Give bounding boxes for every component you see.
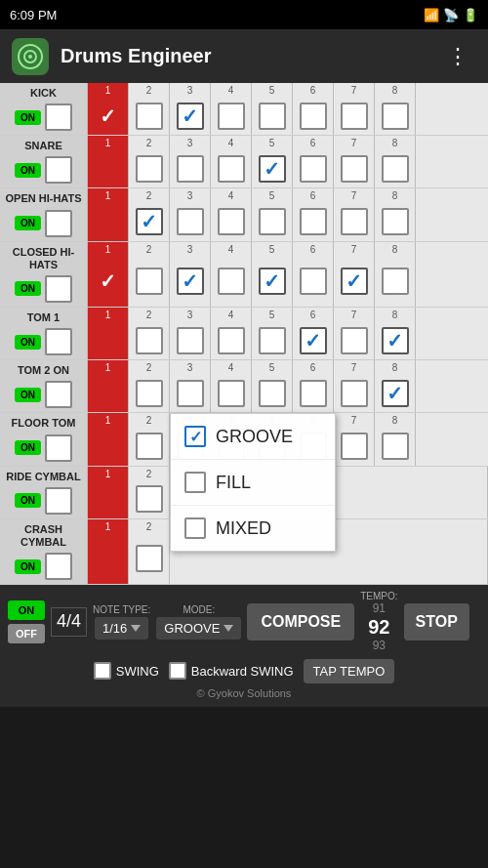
stop-button[interactable]: STOP [404, 603, 469, 641]
tom1-beat-5-check[interactable] [259, 327, 286, 354]
open-hi-hats-on-button[interactable]: ON [15, 216, 41, 230]
cc-beat-2-check[interactable] [136, 545, 163, 572]
mode-dropdown[interactable]: ✓ GROOVE FILL MIXED [170, 413, 336, 552]
tap-tempo-button[interactable]: TAP TEMPO [304, 659, 395, 683]
crash-cymbal-toggle[interactable] [45, 553, 72, 580]
oph-beat-4-check[interactable] [218, 208, 245, 235]
tom1-beat-7-check[interactable] [341, 327, 368, 354]
tom1-beat-1-check[interactable] [95, 327, 122, 354]
open-hi-hats-toggle[interactable] [45, 210, 72, 237]
clh-beat-3-check[interactable]: ✓ [177, 268, 204, 295]
fill-checkbox[interactable] [184, 472, 206, 493]
ft-beat-2-check[interactable] [136, 433, 163, 460]
snare-beat-1-check[interactable] [95, 155, 122, 183]
oph-beat-3-check[interactable] [177, 208, 204, 235]
snare-beat-6-check[interactable] [300, 155, 327, 183]
floor-tom-toggle[interactable] [45, 434, 72, 462]
time-signature[interactable]: 4/4 [51, 607, 87, 636]
tom1-toggle[interactable] [45, 328, 72, 355]
clh-beat-4-check[interactable] [218, 268, 245, 295]
oph-beat-5-check[interactable] [259, 208, 286, 235]
rc-beat-2-check[interactable] [136, 485, 163, 513]
crash-cymbal-on-button[interactable]: ON [15, 559, 41, 574]
rc-beat-1-check[interactable] [95, 485, 122, 513]
tom2-beat-7-check[interactable] [341, 380, 368, 407]
mode-section: MODE: GROOVE [156, 604, 241, 640]
mode-selector[interactable]: GROOVE [156, 617, 241, 640]
tom2-beat-8-check[interactable]: ✓ [382, 380, 409, 407]
ride-cymbal-on-button[interactable]: ON [15, 493, 41, 508]
clh-beat-6-check[interactable] [300, 268, 327, 295]
clh-beat-2: 2 [129, 242, 170, 307]
backward-swing-option[interactable]: Backward SWING [169, 662, 294, 680]
clh-beat-8-check[interactable] [382, 268, 409, 295]
clh-beat-1-check[interactable]: ✓ [95, 268, 122, 295]
snare-on-button[interactable]: ON [15, 163, 41, 178]
tom2-beat-2-check[interactable] [136, 380, 163, 407]
groove-checkbox[interactable]: ✓ [184, 426, 206, 447]
ft-beat-7-check[interactable] [341, 433, 368, 460]
dropdown-mixed-item[interactable]: MIXED [171, 506, 335, 551]
mode-label: MODE: [183, 604, 215, 615]
tom2-beat-3-check[interactable] [177, 380, 204, 407]
note-type-selector[interactable]: 1/16 [95, 617, 148, 640]
tom1-beat-4-check[interactable] [218, 327, 245, 354]
oph-beat-1-check[interactable] [95, 208, 122, 235]
oph-beat-2-check[interactable]: ✓ [136, 208, 163, 235]
tom2-beat-5-check[interactable] [259, 380, 286, 407]
snare-beat-4-check[interactable] [218, 155, 245, 183]
oph-beat-7-check[interactable] [341, 208, 368, 235]
tom1-beat-6-check[interactable]: ✓ [300, 327, 327, 354]
ride-cymbal-toggle[interactable] [45, 487, 72, 515]
clh-beat-7-check[interactable]: ✓ [341, 268, 368, 295]
kick-beat-8-check[interactable] [382, 103, 409, 130]
kick-toggle[interactable] [45, 103, 72, 131]
tempo-label: TEMPO: [360, 591, 397, 601]
oph-beat-6-check[interactable] [300, 208, 327, 235]
tom2-beat-6-check[interactable] [300, 380, 327, 407]
global-on-button[interactable]: ON [8, 600, 45, 620]
tom1-beat-8-check[interactable]: ✓ [382, 327, 409, 354]
kick-beat-1-check[interactable]: ✓ [95, 103, 122, 130]
backward-swing-checkbox[interactable] [169, 662, 186, 680]
oph-beat-8-check[interactable] [382, 208, 409, 235]
dropdown-fill-item[interactable]: FILL [171, 460, 335, 506]
tom1-beat-3-check[interactable] [177, 327, 204, 354]
dropdown-groove-item[interactable]: ✓ GROOVE [171, 414, 335, 460]
clh-beat-5-check[interactable]: ✓ [259, 268, 286, 295]
floor-tom-on-button[interactable]: ON [15, 440, 41, 455]
snare-beat-8-check[interactable] [382, 155, 409, 183]
kick-beat-7-check[interactable] [341, 103, 368, 130]
snare-toggle[interactable] [45, 156, 72, 184]
ft-beat-1-check[interactable] [95, 433, 122, 460]
mixed-checkbox[interactable] [184, 517, 206, 539]
kick-on-button[interactable]: ON [15, 110, 41, 125]
closed-hi-hats-on-button[interactable]: ON [15, 281, 41, 296]
kick-beat-6-check[interactable] [300, 103, 327, 130]
kick-beat-2-check[interactable] [136, 103, 163, 130]
swing-checkbox[interactable] [94, 662, 111, 680]
ft-beat-8-check[interactable] [382, 433, 409, 460]
closed-hi-hats-toggle[interactable] [45, 275, 72, 303]
kick-beat-4-check[interactable] [218, 103, 245, 130]
kick-beat-3-check[interactable]: ✓ [177, 103, 204, 130]
snare-beat-5-check[interactable]: ✓ [259, 155, 286, 183]
kick-beat-5-check[interactable] [259, 103, 286, 130]
rc-beat-1: 1 [88, 467, 129, 518]
tom1-on-button[interactable]: ON [15, 335, 41, 350]
cc-beat-1-check[interactable] [95, 545, 122, 572]
snare-beat-3-check[interactable] [177, 155, 204, 183]
tom2-on-button[interactable]: ON [15, 388, 41, 402]
tempo-current[interactable]: 92 [368, 615, 389, 639]
tom2-beat-4-check[interactable] [218, 380, 245, 407]
swing-option[interactable]: SWING [94, 662, 159, 680]
global-off-button[interactable]: OFF [8, 624, 45, 643]
snare-beat-2-check[interactable] [136, 155, 163, 183]
tom1-beat-2-check[interactable] [136, 327, 163, 354]
tom2-toggle[interactable] [45, 381, 72, 408]
tom2-beat-1-check[interactable] [95, 380, 122, 407]
more-menu-button[interactable]: ⋮ [439, 40, 476, 73]
compose-button[interactable]: COMPOSE [247, 603, 354, 641]
clh-beat-2-check[interactable] [136, 268, 163, 295]
snare-beat-7-check[interactable] [341, 155, 368, 183]
